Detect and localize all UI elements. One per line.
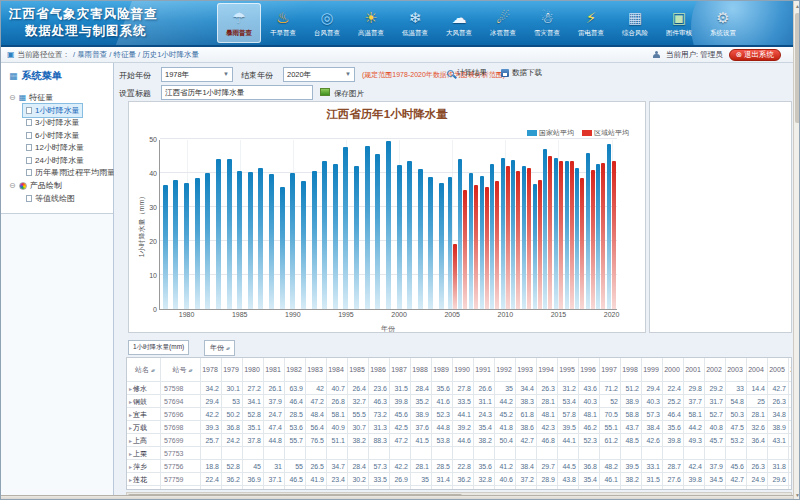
collapse-icon[interactable]: ⊖ — [9, 94, 16, 102]
column-header-year[interactable]: 1981 — [264, 358, 285, 382]
table-row[interactable]: ▸莲花5775922.436.236.937.146.541.923.430.2… — [127, 473, 791, 486]
column-header-year[interactable]: 1998 — [621, 358, 642, 382]
bar-national[interactable] — [386, 141, 391, 309]
bar-national[interactable] — [301, 181, 306, 309]
column-header-year[interactable]: 1980 — [243, 358, 264, 382]
column-header-year[interactable]: 2002 — [705, 358, 726, 382]
column-header-year[interactable]: 1982 — [285, 358, 306, 382]
bar-national[interactable] — [354, 166, 359, 309]
year-sort-control[interactable]: 年份 ▴▾ — [204, 340, 235, 356]
vertical-scrollbar[interactable]: ▲ ▼ — [793, 1, 800, 500]
bar-regional[interactable] — [570, 161, 574, 309]
bar-national[interactable] — [375, 154, 380, 309]
sidebar-group-特征量[interactable]: ⊖▦特征量 — [1, 91, 113, 104]
column-header-year[interactable]: 2004 — [747, 358, 768, 382]
column-header-year[interactable]: 1993 — [516, 358, 537, 382]
sidebar-item-等值线绘图[interactable]: 等值线绘图 — [23, 192, 78, 205]
column-header-year[interactable]: 1983 — [306, 358, 327, 382]
column-header-name[interactable]: 站名 ▴▾ — [127, 358, 161, 382]
column-header-year[interactable]: 2006 — [789, 358, 792, 382]
column-header-year[interactable]: 1995 — [558, 358, 579, 382]
bar-national[interactable] — [322, 161, 327, 309]
sidebar-group-产品绘制[interactable]: ⊖产品绘制 — [1, 179, 113, 192]
sidebar-item-6小时降水量[interactable]: 6小时降水量 — [23, 129, 82, 142]
bar-national[interactable] — [607, 144, 611, 309]
bar-regional[interactable] — [612, 161, 616, 309]
table-row[interactable]: ▸上高5769925.724.237.844.855.776.551.138.2… — [127, 434, 791, 447]
toolbar-item-drought[interactable]: ♨干旱普查 — [261, 3, 305, 43]
bar-regional[interactable] — [506, 166, 510, 309]
toolbar-item-low-temp[interactable]: ❄低温普查 — [393, 3, 437, 43]
toolbar-item-gale[interactable]: ☁大风普查 — [437, 3, 481, 43]
bar-regional[interactable] — [601, 163, 605, 309]
bar-national[interactable] — [248, 172, 253, 309]
bar-regional[interactable] — [580, 178, 584, 309]
bar-national[interactable] — [439, 183, 444, 309]
sidebar-item-1小时降水量[interactable]: 1小时降水量 — [23, 104, 82, 117]
column-header-year[interactable]: 1984 — [327, 358, 348, 382]
table-row[interactable]: ▸分宜5779223.935.135.562.521.446.552.847.5… — [127, 486, 791, 490]
column-header-year[interactable]: 1999 — [642, 358, 663, 382]
toolbar-item-settings[interactable]: ⚙系统设置 — [701, 3, 745, 43]
bar-national[interactable] — [216, 159, 221, 309]
bar-regional[interactable] — [538, 180, 542, 309]
column-header-year[interactable]: 1979 — [222, 358, 243, 382]
bar-regional[interactable] — [495, 181, 499, 309]
bar-national[interactable] — [533, 184, 537, 309]
save-image-button[interactable]: 保存图片 — [334, 89, 364, 99]
bar-national[interactable] — [480, 176, 484, 309]
bar-national[interactable] — [469, 173, 473, 309]
collapse-icon[interactable]: ⊖ — [9, 182, 16, 190]
column-header-year[interactable]: 1990 — [453, 358, 474, 382]
bar-regional[interactable] — [453, 244, 457, 309]
column-header-id[interactable]: 站号 ▴▾ — [161, 358, 201, 382]
column-header-year[interactable]: 2003 — [726, 358, 747, 382]
bar-national[interactable] — [554, 158, 558, 309]
column-header-year[interactable]: 2005 — [768, 358, 789, 382]
table-row[interactable]: ▸萍乡5775618.852.845315526.534.728.457.342… — [127, 460, 791, 473]
column-header-year[interactable]: 1985 — [348, 358, 369, 382]
toolbar-item-rain[interactable]: ☂暴雨普查 — [217, 3, 261, 43]
logout-button[interactable]: ⊗ 退出系统 — [729, 49, 781, 61]
bar-national[interactable] — [522, 166, 526, 309]
bar-national[interactable] — [184, 183, 189, 309]
bar-national[interactable] — [596, 164, 600, 309]
sidebar-item-3小时降水量[interactable]: 3小时降水量 — [23, 117, 82, 130]
column-header-year[interactable]: 2000 — [663, 358, 684, 382]
bar-national[interactable] — [205, 173, 210, 309]
bar-national[interactable] — [511, 160, 515, 309]
bar-national[interactable] — [490, 164, 494, 309]
column-header-year[interactable]: 1989 — [432, 358, 453, 382]
vertical-scrollbar-thumb[interactable] — [795, 13, 800, 123]
column-header-year[interactable]: 1992 — [495, 358, 516, 382]
bar-national[interactable] — [428, 177, 433, 309]
bar-national[interactable] — [418, 169, 423, 309]
column-header-year[interactable]: 1994 — [537, 358, 558, 382]
sidebar-item-历年暴雨过程平均雨量[interactable]: 历年暴雨过程平均雨量 — [23, 167, 118, 180]
bar-national[interactable] — [163, 185, 168, 309]
bar-regional[interactable] — [463, 190, 467, 309]
bar-national[interactable] — [586, 153, 590, 309]
table-row[interactable]: ▸铜鼓5769429.45334.137.946.447.226.832.746… — [127, 395, 791, 408]
column-header-year[interactable]: 1978 — [201, 358, 222, 382]
legend-item[interactable]: 国家站平均 — [527, 128, 574, 138]
bar-national[interactable] — [448, 177, 452, 309]
bar-national[interactable] — [258, 168, 263, 309]
bar-national[interactable] — [312, 171, 317, 309]
station-data-table[interactable]: 站名 ▴▾站号 ▴▾197819791980198119821983198419… — [126, 357, 792, 490]
column-header-year[interactable]: 1991 — [474, 358, 495, 382]
bar-national[interactable] — [290, 173, 295, 309]
bar-national[interactable] — [269, 174, 274, 309]
bar-regional[interactable] — [548, 156, 552, 309]
bar-regional[interactable] — [559, 161, 563, 309]
toolbar-item-typhoon[interactable]: ◎台风普查 — [305, 3, 349, 43]
legend-item[interactable]: 区域站平均 — [582, 128, 629, 138]
column-header-year[interactable]: 1986 — [369, 358, 390, 382]
sidebar-item-12小时降水量[interactable]: 12小时降水量 — [23, 142, 87, 155]
scroll-down-icon[interactable]: ▼ — [794, 491, 800, 500]
data-download-button[interactable]: 数据下载 — [501, 68, 542, 78]
bar-national[interactable] — [543, 149, 547, 309]
breadcrumb-path[interactable]: / 暴雨普查 / 特征量 / 历史1小时降水量 — [73, 47, 199, 62]
column-header-year[interactable]: 1996 — [579, 358, 600, 382]
bar-national[interactable] — [501, 158, 505, 309]
